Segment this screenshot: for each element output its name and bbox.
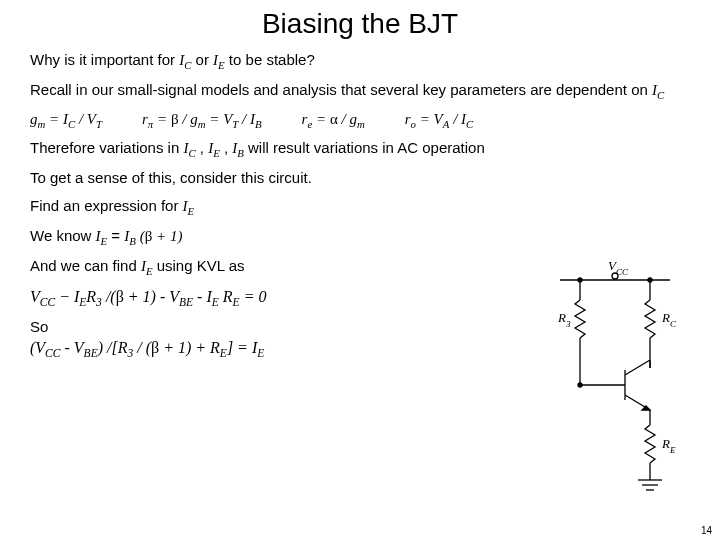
svg-text:VCC: VCC — [608, 260, 629, 277]
svg-point-19 — [578, 383, 582, 387]
page-title: Biasing the BJT — [30, 8, 690, 40]
svg-point-17 — [578, 278, 582, 282]
svg-point-18 — [648, 278, 652, 282]
know-line: We know IE = IB (β + 1) — [30, 226, 690, 248]
svg-text:RC: RC — [661, 310, 677, 329]
svg-text:RE: RE — [661, 436, 676, 455]
find-line: Find an expression for IE — [30, 196, 690, 218]
recall-line: Recall in our small-signal models and an… — [30, 80, 690, 102]
svg-line-8 — [625, 360, 650, 375]
eq-gm: gm = IC / VT — [30, 110, 102, 130]
page-number: 14 — [701, 525, 712, 536]
eq-rpi: rπ = β / gm = VT / IB — [142, 110, 262, 130]
svg-text:R3: R3 — [557, 310, 571, 329]
eq-re: re = α / gm — [302, 110, 365, 130]
sense-line: To get a sense of this, consider this ci… — [30, 168, 690, 188]
therefore-line: Therefore variations in IC , IE , IB wil… — [30, 138, 690, 160]
equation-row: gm = IC / VT rπ = β / gm = VT / IB re = … — [30, 110, 690, 130]
eq-ro: ro = VA / IC — [405, 110, 474, 130]
circuit-diagram: VCC R3 RC RE — [530, 260, 700, 510]
why-line: Why is it important for IC or IE to be s… — [30, 50, 690, 72]
